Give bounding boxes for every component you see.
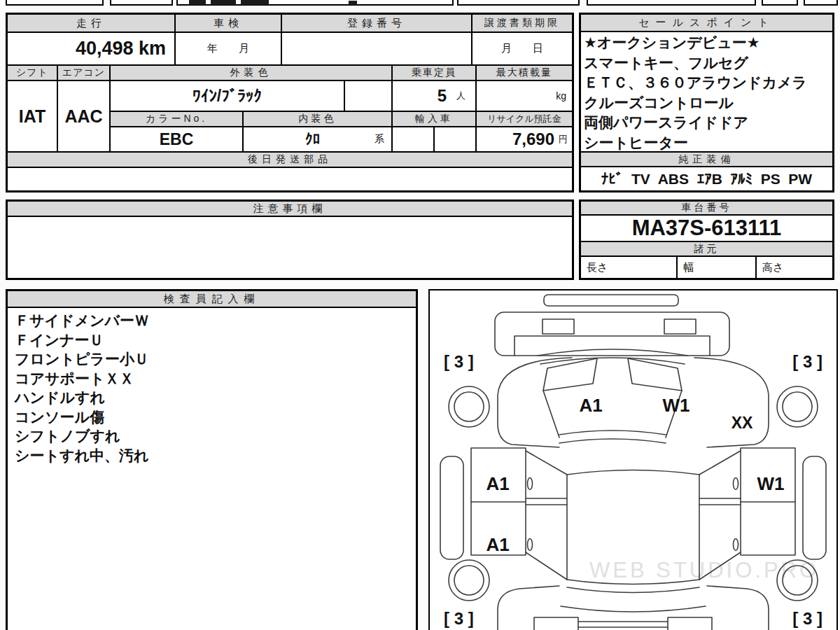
chassis-number: MA37S-613111 xyxy=(580,215,833,241)
cutoff-cell xyxy=(762,0,798,6)
capacity-value: 5 人 xyxy=(392,80,476,111)
interior-color-header: 内装色 xyxy=(243,111,392,127)
tire-grade-front-left: [ 3 ] xyxy=(444,352,474,371)
exterior-color-header: 外装色 xyxy=(110,65,392,80)
import-car-cell-1 xyxy=(392,127,434,152)
cutoff-cell xyxy=(587,0,756,6)
shift-header: シフト xyxy=(7,65,57,80)
damage-marks: [ 3 ] [ 3 ] [ 3 ] [ 3 ] A1 W1 XX A1 A1 W… xyxy=(444,352,822,628)
color-no-header: カラーNo. xyxy=(110,111,243,127)
tire-grade-front-right: [ 3 ] xyxy=(792,352,822,371)
mileage-header: 走行 xyxy=(7,14,175,32)
aircon-header: エアコン xyxy=(57,65,110,80)
import-car-header: 輸入車 xyxy=(392,111,476,127)
sales-points-table: セールスポイント ★オークションデビュー★ スマートキー、フルセグ ＥＴＣ、３６… xyxy=(579,13,834,192)
recycle-fee-value: 7,690 円 xyxy=(476,127,573,152)
transfer-deadline-value: 月 日 xyxy=(472,32,573,65)
cutoff-cell xyxy=(804,0,838,6)
max-load-value: kg xyxy=(476,80,573,111)
cutoff-cell xyxy=(457,0,580,6)
equipment-header: 純正装備 xyxy=(580,152,833,167)
recycle-fee-unit: 円 xyxy=(559,133,568,146)
chassis-table: 車台番号 MA37S-613111 諸元 長さ 幅 高さ xyxy=(579,200,834,280)
cutoff-text-fragment xyxy=(189,0,206,5)
damage-diagram-box: WEB STUDIO.PRO xyxy=(428,289,838,630)
shift-value: IAT xyxy=(7,80,57,152)
height-label: 高さ xyxy=(756,256,833,279)
max-load-header: 最大積載量 xyxy=(476,65,573,80)
hood-left-mark: A1 xyxy=(579,395,602,416)
tire-grade-rear-right: [ 3 ] xyxy=(792,609,822,628)
registration-value xyxy=(281,32,472,65)
car-diagram: WEB STUDIO.PRO xyxy=(430,290,836,630)
capacity-header: 乗車定員 xyxy=(392,65,476,80)
tire-grade-rear-left: [ 3 ] xyxy=(444,609,474,628)
cutoff-text-fragment xyxy=(241,0,269,5)
right-fender-mark: XX xyxy=(732,414,753,432)
notes-header: 注意事項欄 xyxy=(7,201,573,216)
later-parts-header: 後日発送部品 xyxy=(7,152,573,167)
door-front-left-mark: A1 xyxy=(486,473,509,494)
door-rear-left-mark: A1 xyxy=(486,534,509,555)
width-label: 幅 xyxy=(677,256,756,279)
equipment-list: ﾅﾋﾞ TV ABS ｴｱB ｱﾙﾐ PS PW xyxy=(580,167,833,191)
watermark: WEB STUDIO.PRO xyxy=(589,558,819,582)
aircon-value: AAC xyxy=(57,80,110,152)
inspector-notes: ＦサイドメンバーＷ ＦインナーＵ フロントピラー小Ｕ コアサポートＸＸ ハンドル… xyxy=(7,307,416,630)
notes-table: 注意事項欄 xyxy=(6,200,574,280)
inspector-header: 検査員記入欄 xyxy=(7,290,416,307)
cutoff-cell xyxy=(6,0,104,6)
later-parts-body xyxy=(7,167,573,191)
mileage-value: 40,498 km xyxy=(7,32,175,65)
registration-header: 登録番号 xyxy=(281,14,472,32)
vehicle-info-table: 走行 車検 登録番号 譲渡書類期限 40,498 km 年 月 月 日 シフト … xyxy=(6,13,574,192)
interior-color-value: ｸﾛ 系 xyxy=(243,127,392,152)
import-car-cell-2 xyxy=(434,127,476,152)
cutoff-text-fragment xyxy=(211,0,236,5)
inspector-box: 検査員記入欄 ＦサイドメンバーＷ ＦインナーＵ フロントピラー小Ｕ コアサポート… xyxy=(6,289,418,630)
notes-body xyxy=(7,216,573,279)
color-no-value: EBC xyxy=(110,127,243,152)
exterior-color-value: ﾜｲﾝ/ﾌﾞﾗｯｸ xyxy=(110,80,344,111)
door-front-right-mark: W1 xyxy=(757,473,785,494)
hood-right-mark: W1 xyxy=(663,395,690,416)
sales-points-header: セールスポイント xyxy=(580,14,833,31)
cutoff-cell xyxy=(110,0,173,6)
transfer-deadline-header: 譲渡書類期限 xyxy=(472,14,573,32)
shaken-header: 車検 xyxy=(175,14,281,32)
shaken-value: 年 月 xyxy=(175,32,281,65)
recycle-fee-number: 7,690 xyxy=(512,130,554,149)
capacity-number: 5 xyxy=(438,86,447,106)
exterior-color-extra-cell xyxy=(344,80,392,111)
interior-color-text: ｸﾛ xyxy=(305,131,320,148)
recycle-deposit-header: リサイクル預託金 xyxy=(476,111,573,127)
length-label: 長さ xyxy=(580,256,677,279)
capacity-unit: 人 xyxy=(456,90,465,102)
dimensions-header: 諸元 xyxy=(580,241,833,256)
auction-sheet: { "top_row": { "h_mileage": "走行", "h_sha… xyxy=(0,0,840,630)
sales-points-list: ★オークションデビュー★ スマートキー、フルセグ ＥＴＣ、３６０アラウンドカメラ… xyxy=(580,31,833,152)
interior-color-suffix: 系 xyxy=(374,133,384,146)
cutoff-text-fragment xyxy=(349,1,357,5)
chassis-header: 車台番号 xyxy=(580,201,833,215)
